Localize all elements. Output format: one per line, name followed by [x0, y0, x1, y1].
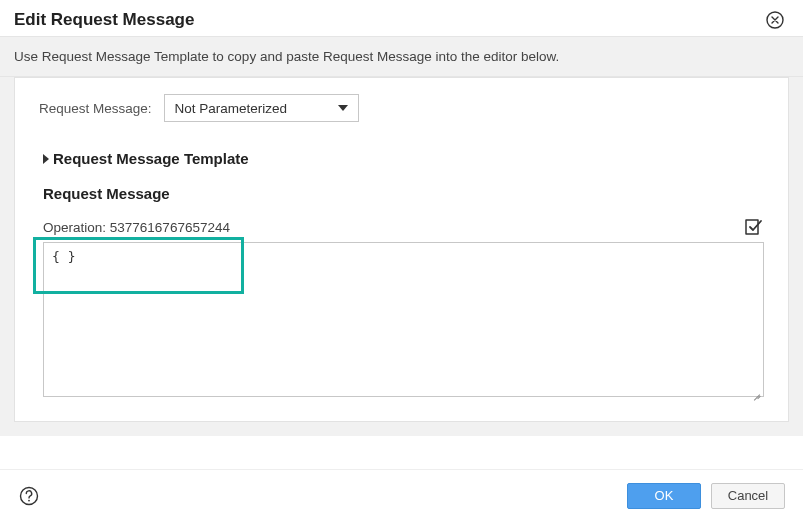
parameter-select[interactable]: Not Parameterized	[164, 94, 359, 122]
instruction-text: Use Request Message Template to copy and…	[0, 36, 803, 77]
request-message-editor[interactable]	[43, 242, 764, 397]
parameter-select-value: Not Parameterized	[175, 101, 288, 116]
parameter-row: Request Message: Not Parameterized	[35, 94, 768, 122]
request-message-label: Request Message:	[39, 101, 152, 116]
close-button[interactable]	[765, 10, 785, 30]
dialog-footer: OK Cancel	[0, 469, 803, 521]
close-icon	[766, 11, 784, 29]
editor-wrap	[43, 242, 764, 401]
checkmark-box-icon	[743, 217, 763, 237]
request-message-template-toggle[interactable]: Request Message Template	[35, 150, 768, 167]
content-panel: Request Message: Not Parameterized Reque…	[14, 77, 789, 422]
dialog-header: Edit Request Message	[0, 0, 803, 36]
chevron-down-icon	[338, 105, 348, 111]
template-header-label: Request Message Template	[53, 150, 249, 167]
edit-request-message-dialog: Edit Request Message Use Request Message…	[0, 0, 803, 521]
dialog-content: Request Message: Not Parameterized Reque…	[0, 77, 803, 436]
help-icon	[19, 486, 39, 506]
operation-row: Operation: 5377616767657244	[35, 216, 768, 242]
ok-button[interactable]: OK	[627, 483, 701, 509]
svg-point-1	[21, 487, 38, 504]
operation-text: Operation: 5377616767657244	[43, 220, 230, 235]
help-button[interactable]	[18, 485, 40, 507]
footer-buttons: OK Cancel	[627, 483, 785, 509]
caret-right-icon	[43, 154, 49, 164]
svg-point-2	[28, 499, 30, 501]
operation-label: Operation:	[43, 220, 106, 235]
validate-button[interactable]	[742, 216, 764, 238]
dialog-title: Edit Request Message	[14, 10, 194, 30]
operation-value: 5377616767657244	[110, 220, 230, 235]
request-message-section-title: Request Message	[43, 185, 768, 202]
cancel-button[interactable]: Cancel	[711, 483, 785, 509]
